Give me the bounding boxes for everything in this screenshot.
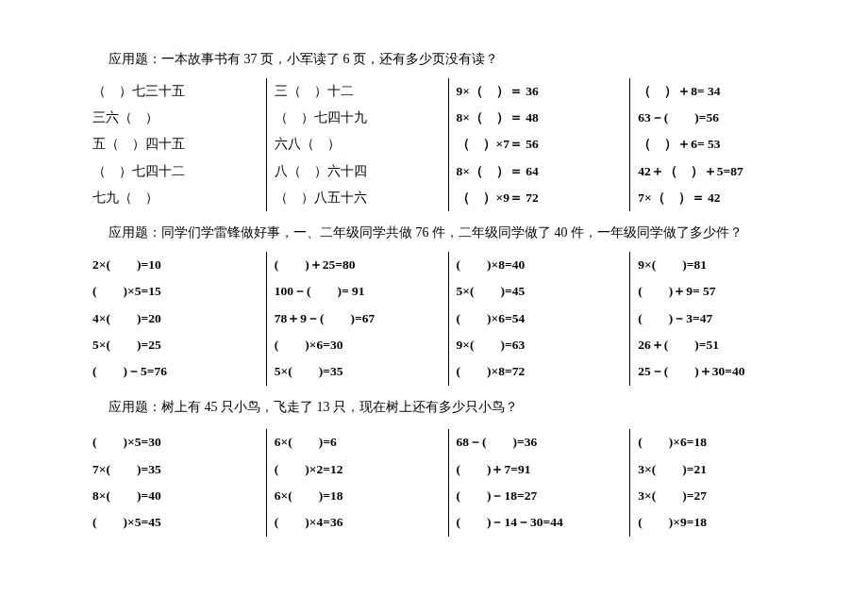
section-1-grid: （ ）七三十五 三六（ ） 五（ ）四十五 （ ）七四十二 七九（ ） 三（ ）… [85, 78, 811, 212]
cell: ( )×5=15 [92, 278, 259, 305]
cell: ( )×2=12 [275, 456, 441, 483]
cell: （ ）＋6= 53 [638, 131, 804, 157]
cell: 25－( )＋30=40 [638, 358, 804, 385]
s3-col1: ( )×5=30 7×( )=35 8×( )=40 ( )×5=45 [85, 429, 267, 536]
cell: 3×( )=27 [638, 483, 804, 509]
cell: 八（ ）六十四 [275, 158, 441, 185]
cell: ( )＋25=80 [275, 252, 441, 278]
word-problem-2: 应用题：同学们学雷锋做好事，一、二年级同学共做 76 件，二年级同学做了 40 … [108, 221, 811, 246]
cell: 8×( )=40 [92, 483, 259, 509]
cell: 4×( )=20 [92, 306, 259, 332]
cell: 26＋( )=51 [638, 332, 804, 358]
cell: 9×( )=81 [638, 252, 804, 278]
cell: ( )×4=36 [275, 509, 441, 536]
cell: （ ）×9＝ 72 [457, 185, 623, 211]
s1-col2: 三（ ）十二 （ ）七四十九 六八（ ） 八（ ）六十四 （ ）八五十六 [267, 78, 449, 212]
cell: ( )×5=30 [92, 429, 259, 455]
word-problem-1: 应用题：一本故事书有 37 页，小军读了 6 页，还有多少页没有读？ [108, 47, 811, 73]
cell: 100－( )= 91 [275, 278, 441, 305]
cell: 七九（ ） [92, 185, 259, 211]
cell: ( )×8=72 [457, 358, 623, 385]
cell: ( )＋7=91 [457, 456, 623, 483]
s3-col2: 6×( )=6 ( )×2=12 6×( )=18 ( )×4=36 [267, 429, 449, 536]
cell: 8×（ ）＝ 48 [457, 105, 623, 131]
cell: 2×( )=10 [92, 252, 259, 278]
s1-col1: （ ）七三十五 三六（ ） 五（ ）四十五 （ ）七四十二 七九（ ） [85, 78, 267, 212]
cell: 六八（ ） [275, 131, 441, 157]
section-2-grid: 2×( )=10 ( )×5=15 4×( )=20 5×( )=25 ( )－… [85, 252, 811, 386]
cell: 三六（ ） [92, 105, 259, 131]
cell: （ ）＋8= 34 [638, 78, 804, 105]
word-problem-3: 应用题：树上有 45 只小鸟，飞走了 13 只，现在树上还有多少只小鸟？ [108, 395, 811, 421]
cell: 68－( )=36 [457, 429, 623, 455]
cell: 5×( )=45 [457, 278, 623, 305]
cell: ( )－3=47 [638, 306, 804, 332]
s2-col4: 9×( )=81 ( )＋9= 57 ( )－3=47 26＋( )=51 25… [630, 252, 811, 386]
cell: 5×( )=25 [92, 332, 259, 358]
cell: ( )－18=27 [457, 483, 623, 509]
cell: ( )×8=40 [457, 252, 623, 278]
cell: 8×（ ）＝ 64 [457, 158, 623, 185]
cell: （ ）七四十二 [92, 158, 259, 185]
s2-col2: ( )＋25=80 100－( )= 91 78＋9－( )=67 ( )×6=… [267, 252, 449, 386]
s1-col3: 9×（ ）＝ 36 8×（ ）＝ 48 （ ）×7＝ 56 8×（ ）＝ 64 … [449, 78, 631, 212]
s3-col4: ( )×6=18 3×( )=21 3×( )=27 ( )×9=18 [630, 429, 811, 536]
s2-col1: 2×( )=10 ( )×5=15 4×( )=20 5×( )=25 ( )－… [85, 252, 267, 386]
cell: （ ）七四十九 [275, 105, 441, 131]
cell: 9×（ ）＝ 36 [457, 78, 623, 105]
cell: （ ）×7＝ 56 [457, 131, 623, 157]
cell: 3×( )=21 [638, 456, 804, 483]
cell: 7×（ ）＝ 42 [638, 185, 804, 211]
cell: ( )－14－30=44 [457, 509, 623, 536]
cell: ( )×6=54 [457, 306, 623, 332]
cell: 6×( )=18 [275, 483, 441, 509]
cell: 42＋（ ）＋5=87 [638, 158, 804, 185]
cell: 5×( )=35 [275, 358, 441, 385]
cell: ( )×6=30 [275, 332, 441, 358]
cell: 9×( )=63 [457, 332, 623, 358]
cell: 6×( )=6 [275, 429, 441, 455]
cell: 63－( )=56 [638, 105, 804, 131]
cell: ( )－5=76 [92, 358, 259, 385]
cell: ( )×6=18 [638, 429, 804, 455]
section-3-grid: ( )×5=30 7×( )=35 8×( )=40 ( )×5=45 6×( … [85, 429, 811, 536]
cell: ( )×5=45 [92, 509, 259, 536]
cell: 7×( )=35 [92, 456, 259, 483]
s2-col3: ( )×8=40 5×( )=45 ( )×6=54 9×( )=63 ( )×… [449, 252, 631, 386]
cell: ( )×9=18 [638, 509, 804, 536]
s1-col4: （ ）＋8= 34 63－( )=56 （ ）＋6= 53 42＋（ ）＋5=8… [630, 78, 811, 212]
cell: 五（ ）四十五 [92, 131, 259, 157]
cell: 三（ ）十二 [275, 78, 441, 105]
cell: （ ）八五十六 [275, 185, 441, 211]
cell: 78＋9－( )=67 [275, 306, 441, 332]
s3-col3: 68－( )=36 ( )＋7=91 ( )－18=27 ( )－14－30=4… [449, 429, 631, 536]
cell: （ ）七三十五 [92, 78, 259, 105]
cell: ( )＋9= 57 [638, 278, 804, 305]
